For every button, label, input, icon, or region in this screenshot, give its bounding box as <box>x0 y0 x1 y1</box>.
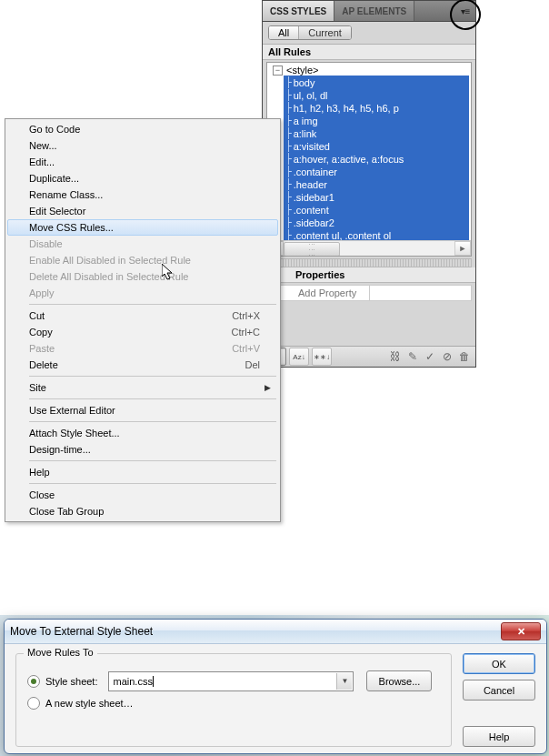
resize-grip[interactable] <box>266 258 472 267</box>
context-menu: Go to CodeNew...Edit...Duplicate...Renam… <box>5 118 281 522</box>
menu-item[interactable]: Edit... <box>7 154 278 170</box>
rule-item: ├a:visited <box>285 140 467 153</box>
menu-item-label: New... <box>29 140 57 151</box>
stylesheet-combo[interactable]: main.css ▼ <box>108 671 354 691</box>
menu-item-label: Edit Selector <box>29 206 85 217</box>
radio-new-stylesheet[interactable] <box>27 697 40 710</box>
menu-item[interactable]: New... <box>7 137 278 154</box>
rule-item: ├.sidebar1 <box>285 191 467 204</box>
menu-item[interactable]: Design-time... <box>7 441 278 458</box>
menu-item-label: Delete <box>29 359 58 370</box>
menu-item-label: Disable <box>29 238 63 249</box>
tab-ap-elements[interactable]: AP ELEMENTS <box>334 1 414 21</box>
menu-item[interactable]: Attach Style Sheet... <box>7 425 278 441</box>
panel-footer: ≡ Az↓ ∗∗↓ ⛓ ✎ ✓ ⊘ 🗑 <box>263 346 475 367</box>
menu-item[interactable]: Edit Selector <box>7 203 278 219</box>
menu-item-label: Duplicate... <box>29 173 79 184</box>
submenu-arrow-icon: ▶ <box>265 383 271 392</box>
new-rule-icon[interactable]: ✎ <box>405 349 420 364</box>
tab-css-styles[interactable]: CSS STYLES <box>263 1 334 21</box>
scroll-right-arrow[interactable]: ► <box>454 241 471 256</box>
menu-item: Enable All Disabled in Selected Rule <box>7 252 278 268</box>
menu-item: Disable <box>7 236 278 252</box>
collapse-icon[interactable]: − <box>273 66 283 76</box>
menu-item[interactable]: CopyCtrl+C <box>7 324 278 340</box>
rule-item: ├a:link <box>285 127 467 140</box>
annotation-circle <box>450 0 481 30</box>
menu-item-label: Design-time... <box>29 444 91 455</box>
menu-item-shortcut: Ctrl+X <box>232 310 260 321</box>
rules-tree[interactable]: − <style> ├body ├ul, ol, dl ├h1, h2, h3,… <box>266 62 472 257</box>
menu-item: Delete All Disabled in Selected Rule <box>7 268 278 285</box>
chevron-down-icon[interactable]: ▼ <box>336 673 352 690</box>
ok-button[interactable]: OK <box>463 653 535 674</box>
scroll-thumb[interactable] <box>284 242 340 257</box>
menu-item: PasteCtrl+V <box>7 340 278 357</box>
menu-item-label: Close Tab Group <box>29 506 104 517</box>
rule-item: ├.container <box>285 166 467 178</box>
dialog-close-button[interactable]: ✕ <box>501 622 541 640</box>
dialog-titlebar[interactable]: Move To External Style Sheet ✕ <box>5 620 546 644</box>
radio-new-stylesheet-label: A new style sheet… <box>45 698 134 709</box>
menu-item-label: Close <box>29 489 55 500</box>
horizontal-scrollbar[interactable]: ◄ ► <box>267 240 471 256</box>
mouse-cursor-icon <box>162 264 176 282</box>
properties-area: Add Property <box>266 285 472 301</box>
css-styles-panel: CSS STYLES AP ELEMENTS ▾≡ All Current Al… <box>262 0 476 368</box>
menu-item-label: Rename Class... <box>29 189 103 200</box>
menu-item-label: Edit... <box>29 156 55 167</box>
menu-item[interactable]: DeleteDel <box>7 357 278 373</box>
menu-item[interactable]: Close Tab Group <box>7 503 278 519</box>
menu-item-shortcut: Ctrl+C <box>232 327 260 338</box>
section-properties-header: Properties <box>263 267 475 283</box>
tree-root-style[interactable]: − <style> <box>271 65 469 76</box>
menu-item[interactable]: Go to Code <box>7 121 278 137</box>
panel-tabbar: CSS STYLES AP ELEMENTS ▾≡ <box>263 1 475 22</box>
dialog-title-text: Move To External Style Sheet <box>10 625 501 638</box>
mode-current-button[interactable]: Current <box>299 26 351 39</box>
attach-stylesheet-icon[interactable]: ⛓ <box>388 349 403 364</box>
delete-rule-icon[interactable]: 🗑 <box>457 349 472 364</box>
menu-item[interactable]: Rename Class... <box>7 186 278 203</box>
menu-item-label: Go to Code <box>29 124 80 135</box>
help-button[interactable]: Help <box>463 726 535 747</box>
move-rules-to-group: Move Rules To Style sheet: main.css ▼ Br… <box>15 653 452 747</box>
menu-item[interactable]: Site▶ <box>7 379 278 396</box>
rule-item: ├body <box>285 76 467 89</box>
radio-style-sheet-label: Style sheet: <box>45 676 97 687</box>
rule-item: ├.sidebar2 <box>285 217 467 229</box>
menu-item[interactable]: Move CSS Rules... <box>7 219 278 236</box>
show-list-view-button[interactable]: Az↓ <box>289 348 309 366</box>
svg-marker-0 <box>162 264 172 279</box>
menu-item[interactable]: Help <box>7 464 278 480</box>
menu-item-label: Paste <box>29 343 55 354</box>
tree-root-label: <style> <box>286 65 318 76</box>
menu-item-label: Use External Editor <box>29 405 115 416</box>
menu-item-shortcut: Ctrl+V <box>232 343 260 354</box>
menu-item-label: Apply <box>29 287 55 298</box>
show-only-set-button[interactable]: ∗∗↓ <box>312 348 332 366</box>
menu-item: Apply <box>7 285 278 301</box>
menu-item-label: Site <box>29 382 46 393</box>
close-icon: ✕ <box>517 626 525 638</box>
rule-item: ├.content <box>285 204 467 217</box>
menu-item[interactable]: Use External Editor <box>7 402 278 418</box>
section-all-rules-header: All Rules <box>263 45 475 60</box>
disable-rule-icon[interactable]: ⊘ <box>440 349 454 364</box>
mode-toggle-row: All Current <box>263 22 475 45</box>
browse-button[interactable]: Browse... <box>366 670 432 691</box>
radio-style-sheet[interactable] <box>27 675 40 688</box>
mode-all-button[interactable]: All <box>269 26 299 39</box>
rule-item: ├h1, h2, h3, h4, h5, h6, p <box>285 102 467 115</box>
rule-item: ├.header <box>285 178 467 191</box>
menu-item[interactable]: Duplicate... <box>7 170 278 186</box>
menu-item[interactable]: Close <box>7 487 278 503</box>
menu-item-shortcut: Del <box>245 359 260 370</box>
cancel-button[interactable]: Cancel <box>463 680 535 701</box>
move-to-external-dialog: Move To External Style Sheet ✕ Move Rule… <box>4 619 547 754</box>
add-property-link[interactable]: Add Property <box>298 287 356 298</box>
rules-selection[interactable]: ├body ├ul, ol, dl ├h1, h2, h3, h4, h5, h… <box>284 76 469 257</box>
menu-item[interactable]: CutCtrl+X <box>7 307 278 324</box>
menu-item-label: Help <box>29 467 50 478</box>
edit-rule-icon[interactable]: ✓ <box>423 349 437 364</box>
